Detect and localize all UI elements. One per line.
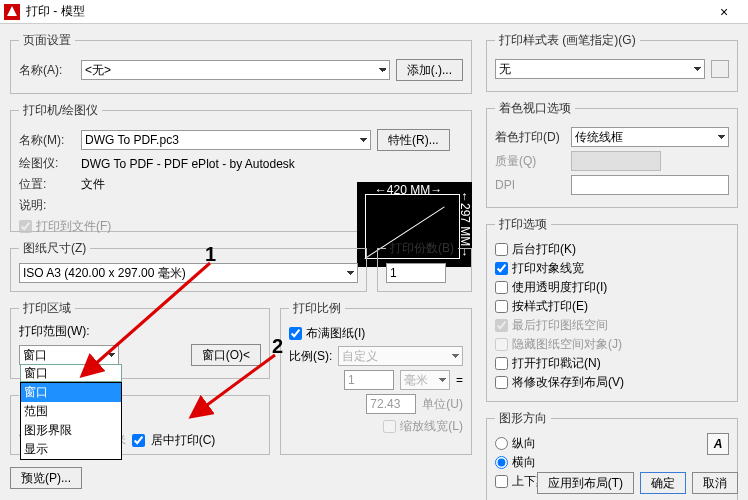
- landscape-radio[interactable]: [495, 456, 508, 469]
- opt-bystyle-checkbox[interactable]: [495, 300, 508, 313]
- copies-legend: 打印份数(B): [386, 240, 458, 257]
- orientation-preview-icon: A: [707, 433, 729, 455]
- scale-legend: 打印比例: [289, 300, 345, 317]
- style-table-edit-icon[interactable]: [711, 60, 729, 78]
- print-options-group: 打印选项 后台打印(K) 打印对象线宽 使用透明度打印(I) 按样式打印(E) …: [486, 216, 738, 402]
- opt-save-layout-checkbox[interactable]: [495, 376, 508, 389]
- opt-transparency-label: 使用透明度打印(I): [512, 279, 607, 296]
- opt-hide-objects-label: 隐藏图纸空间对象(J): [512, 336, 622, 353]
- dropdown-option-display[interactable]: 显示: [21, 440, 121, 459]
- scale-select: 自定义: [338, 346, 463, 366]
- scale-lineweight-label: 缩放线宽(L): [400, 418, 463, 435]
- scale-den-unit: 单位(U): [422, 396, 463, 413]
- opt-background-checkbox[interactable]: [495, 243, 508, 256]
- plotter-label: 绘图仪:: [19, 155, 75, 172]
- opt-lineweight-checkbox[interactable]: [495, 262, 508, 275]
- fit-to-paper-label: 布满图纸(I): [306, 325, 365, 342]
- dropdown-option-window[interactable]: 窗口: [21, 383, 121, 402]
- shade-print-label: 着色打印(D): [495, 129, 565, 146]
- opt-stamp-checkbox[interactable]: [495, 357, 508, 370]
- arrow-two-icon: [195, 350, 280, 418]
- paper-size-legend: 图纸尺寸(Z): [19, 240, 90, 257]
- page-setup-legend: 页面设置: [19, 32, 75, 49]
- scale-unit-select: 毫米: [400, 370, 450, 390]
- plotter-value: DWG To PDF - PDF ePlot - by Autodesk: [81, 157, 295, 171]
- dropdown-option-extents[interactable]: 范围: [21, 402, 121, 421]
- fit-to-paper-checkbox[interactable]: [289, 327, 302, 340]
- print-to-file-label: 打印到文件(F): [36, 218, 111, 235]
- close-icon[interactable]: ×: [704, 4, 744, 20]
- shaded-viewport-group: 着色视口选项 着色打印(D) 传统线框 质量(Q) DPI: [486, 100, 738, 208]
- dpi-input: [571, 175, 729, 195]
- page-setup-name-select[interactable]: <无>: [81, 60, 390, 80]
- opt-paperspace-last-checkbox: [495, 319, 508, 332]
- quality-label: 质量(Q): [495, 153, 565, 170]
- printer-properties-button[interactable]: 特性(R)...: [377, 129, 450, 151]
- description-label: 说明:: [19, 197, 75, 214]
- dropdown-option-limits[interactable]: 图形界限: [21, 421, 121, 440]
- upside-down-checkbox[interactable]: [495, 475, 508, 488]
- opt-background-label: 后台打印(K): [512, 241, 576, 258]
- copies-input[interactable]: [386, 263, 446, 283]
- dropdown-selected: 窗口: [24, 365, 48, 382]
- print-options-legend: 打印选项: [495, 216, 551, 233]
- scale-label: 比例(S):: [289, 348, 332, 365]
- window-title: 打印 - 模型: [26, 3, 704, 20]
- scale-group: 打印比例 布满图纸(I) 比例(S): 自定义 毫米 = 单位(U): [280, 300, 472, 455]
- ok-button[interactable]: 确定: [640, 472, 686, 494]
- quality-select: [571, 151, 661, 171]
- page-setup-group: 页面设置 名称(A): <无> 添加(.)...: [10, 32, 472, 94]
- style-table-legend: 打印样式表 (画笔指定)(G): [495, 32, 640, 49]
- shaded-legend: 着色视口选项: [495, 100, 575, 117]
- opt-stamp-label: 打开打印戳记(N): [512, 355, 601, 372]
- opt-lineweight-label: 打印对象线宽: [512, 260, 584, 277]
- opt-save-layout-label: 将修改保存到布局(V): [512, 374, 624, 391]
- center-print-checkbox[interactable]: [132, 434, 145, 447]
- scale-num-input: [344, 370, 394, 390]
- equals-sign: =: [456, 373, 463, 387]
- preview-button[interactable]: 预览(P)...: [10, 467, 82, 489]
- shade-print-select[interactable]: 传统线框: [571, 127, 729, 147]
- location-label: 位置:: [19, 176, 75, 193]
- print-area-legend: 打印区域: [19, 300, 75, 317]
- opt-bystyle-label: 按样式打印(E): [512, 298, 588, 315]
- cancel-button[interactable]: 取消: [692, 472, 738, 494]
- app-logo-icon: [4, 4, 20, 20]
- page-setup-name-label: 名称(A):: [19, 62, 75, 79]
- portrait-label: 纵向: [512, 435, 536, 452]
- landscape-label: 横向: [512, 454, 536, 471]
- printer-legend: 打印机/绘图仪: [19, 102, 102, 119]
- printer-name-select[interactable]: DWG To PDF.pc3: [81, 130, 371, 150]
- svg-line-1: [203, 355, 275, 408]
- style-table-group: 打印样式表 (画笔指定)(G) 无: [486, 32, 738, 92]
- printer-name-label: 名称(M):: [19, 132, 75, 149]
- scale-lineweight-checkbox: [383, 420, 396, 433]
- copies-group: 打印份数(B): [377, 240, 472, 292]
- center-print-label: 居中打印(C): [151, 432, 216, 449]
- opt-paperspace-last-label: 最后打印图纸空间: [512, 317, 608, 334]
- page-setup-add-button[interactable]: 添加(.)...: [396, 59, 463, 81]
- print-to-file-checkbox: [19, 220, 32, 233]
- portrait-radio[interactable]: [495, 437, 508, 450]
- print-range-dropdown-open[interactable]: 窗口 窗口 范围 图形界限 显示: [20, 364, 122, 460]
- orientation-legend: 图形方向: [495, 410, 551, 427]
- opt-transparency-checkbox[interactable]: [495, 281, 508, 294]
- location-value: 文件: [81, 176, 105, 193]
- style-table-select[interactable]: 无: [495, 59, 705, 79]
- scale-den-input: [366, 394, 416, 414]
- dpi-label: DPI: [495, 178, 565, 192]
- svg-line-0: [93, 263, 210, 366]
- opt-hide-objects-checkbox: [495, 338, 508, 351]
- apply-layout-button[interactable]: 应用到布局(T): [537, 472, 634, 494]
